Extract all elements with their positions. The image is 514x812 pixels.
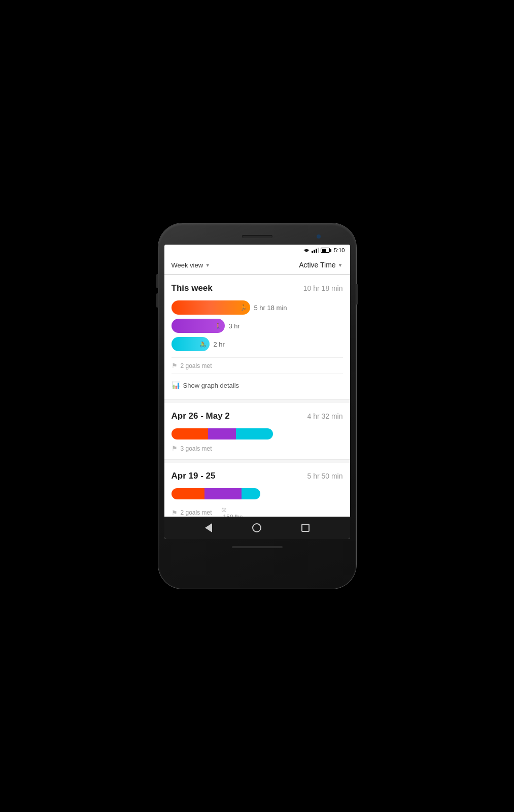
apr26-header: Apr 26 - May 2 4 hr 32 min <box>172 411 343 421</box>
this-week-header: This week 10 hr 18 min <box>172 283 343 293</box>
status-icons: 5:10 <box>303 247 345 253</box>
view-label: Week view <box>172 261 203 269</box>
chin-bar <box>232 546 283 548</box>
this-week-title: This week <box>172 283 213 293</box>
metric-chevron-icon: ▼ <box>338 262 343 268</box>
cycle-activity-row: 🚴 2 hr <box>172 337 343 351</box>
apr19-goals-label: 2 goals met <box>181 509 212 516</box>
walk-activity-row: 🚶 3 hr <box>172 319 343 333</box>
bottom-nav <box>164 517 350 539</box>
cycle-bar-container: 🚴 <box>172 337 210 351</box>
apr26-mini-bars <box>172 428 273 439</box>
apr19-cycle-bar <box>242 488 260 499</box>
wifi-icon <box>303 248 310 253</box>
back-button[interactable] <box>203 522 214 533</box>
run-label: 5 hr 18 min <box>254 304 287 312</box>
view-selector[interactable]: Week view ▼ <box>172 261 257 269</box>
apr19-bars <box>172 488 343 499</box>
walk-bar: 🚶 <box>172 319 225 333</box>
this-week-section: This week 10 hr 18 min 🏃 5 hr 18 min <box>164 275 350 400</box>
battery-icon <box>321 248 331 253</box>
apr19-title: Apr 19 - 25 <box>172 471 216 481</box>
apr26-title: Apr 26 - May 2 <box>172 411 230 421</box>
apr19-flag-icon: ⚑ <box>172 509 178 517</box>
apr26-flag-icon: ⚑ <box>172 445 178 452</box>
activity-bars: 🏃 5 hr 18 min 🚶 3 hr <box>172 300 343 351</box>
apr19-walk-bar <box>204 488 242 499</box>
signal-icon <box>312 248 319 253</box>
back-icon <box>205 523 212 532</box>
apr19-weight-group: ⚖ 150 lbs <box>221 504 243 517</box>
speaker <box>242 235 272 238</box>
apr26-walk-bar <box>208 428 236 439</box>
cycle-bar: 🚴 <box>172 337 210 351</box>
apr19-mini-bars <box>172 488 260 499</box>
apr26-meta: ⚑ 3 goals met <box>172 445 343 452</box>
show-graph-label: Show graph details <box>183 382 239 389</box>
run-bar-container: 🏃 <box>172 300 250 315</box>
apr26-run-bar <box>172 428 209 439</box>
apr19-total: 5 hr 50 min <box>307 472 342 480</box>
home-icon <box>252 523 261 532</box>
phone-top-bar <box>164 229 350 244</box>
goals-row: ⚑ 2 goals met <box>172 362 343 369</box>
divider-1 <box>172 357 343 358</box>
view-chevron-icon: ▼ <box>205 262 210 268</box>
apr26-goals-label: 3 goals met <box>181 445 212 452</box>
volume-down-button[interactable] <box>156 293 158 308</box>
flag-icon: ⚑ <box>172 362 178 369</box>
walk-label: 3 hr <box>229 322 240 330</box>
divider-2 <box>172 374 343 374</box>
recent-icon <box>301 524 310 532</box>
bar-chart-icon: 📊 <box>172 381 180 389</box>
walk-bar-container: 🚶 <box>172 319 225 333</box>
phone-frame: 5:10 Week view ▼ Active Time ▼ This week… <box>158 223 356 589</box>
apr26-section: Apr 26 - May 2 4 hr 32 min ⚑ 3 goals met <box>164 403 350 460</box>
camera <box>317 234 321 239</box>
metric-label: Active Time <box>299 261 335 269</box>
power-button[interactable] <box>356 284 358 304</box>
app-header: Week view ▼ Active Time ▼ <box>164 256 350 275</box>
run-icon: 🏃 <box>240 304 247 311</box>
volume-up-button[interactable] <box>156 274 158 288</box>
goals-met-label: 2 goals met <box>181 362 212 369</box>
run-bar: 🏃 <box>172 300 250 315</box>
recent-button[interactable] <box>300 522 311 533</box>
apr26-bars <box>172 428 343 439</box>
status-bar: 5:10 <box>164 245 350 256</box>
this-week-total: 10 hr 18 min <box>303 284 343 292</box>
run-activity-row: 🏃 5 hr 18 min <box>172 300 343 315</box>
walk-icon: 🚶 <box>215 323 222 329</box>
metric-selector[interactable]: Active Time ▼ <box>257 261 343 269</box>
apr26-total: 4 hr 32 min <box>307 412 342 420</box>
show-graph-row[interactable]: 📊 Show graph details <box>172 378 343 392</box>
status-time: 5:10 <box>334 247 345 253</box>
apr19-run-bar <box>172 488 205 499</box>
apr26-cycle-bar <box>236 428 273 439</box>
cycle-icon: 🚴 <box>199 341 207 348</box>
home-button[interactable] <box>251 522 262 533</box>
phone-bottom <box>164 540 350 554</box>
apr19-section: Apr 19 - 25 5 hr 50 min ⚑ 2 goals met ⚖ <box>164 463 350 517</box>
scale-icon: ⚖ <box>221 506 227 513</box>
phone-screen: 5:10 Week view ▼ Active Time ▼ This week… <box>164 245 350 539</box>
content-scroll[interactable]: This week 10 hr 18 min 🏃 5 hr 18 min <box>164 275 350 517</box>
cycle-label: 2 hr <box>214 341 225 348</box>
apr19-meta: ⚑ 2 goals met ⚖ 150 lbs <box>172 504 343 517</box>
apr19-header: Apr 19 - 25 5 hr 50 min <box>172 471 343 481</box>
